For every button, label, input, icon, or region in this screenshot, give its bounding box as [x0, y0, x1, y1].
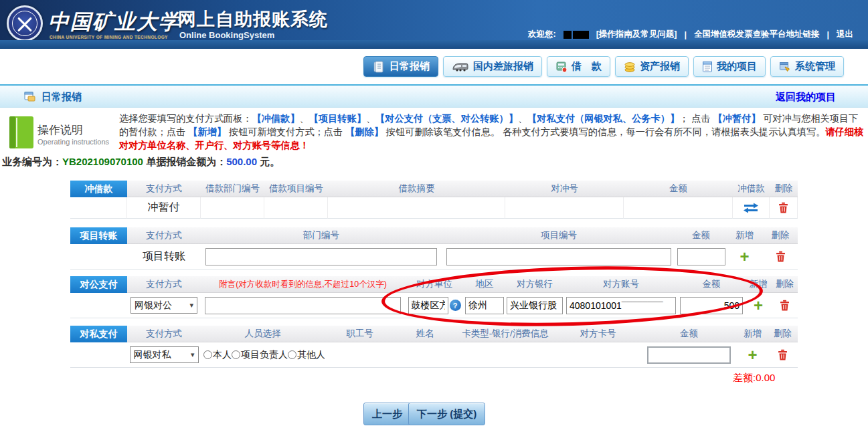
delete-cell: [772, 293, 798, 318]
col-payment-method: 支付方式: [127, 227, 201, 244]
welcome-label: 欢迎您:: [528, 29, 556, 40]
instructions-text: 选择您要填写的支付方式面板：【冲借款】、【项目转账】、【对公支付（支票、对公转账…: [119, 112, 864, 152]
payment-method-value: 项目转账: [127, 244, 201, 269]
system-title-en: Online BookingSystem: [179, 30, 274, 40]
trash-icon[interactable]: [778, 349, 788, 360]
university-name-en: CHINA UNIVERSITY OF MINING AND TECHNOLOG…: [50, 35, 173, 39]
add-row-icon[interactable]: +: [754, 298, 763, 314]
amount-input[interactable]: [647, 346, 731, 364]
payee-account-input[interactable]: [566, 297, 676, 314]
table-row: [70, 244, 127, 269]
col-card-no: 对方卡号: [555, 326, 640, 342]
amount-cell: [676, 244, 726, 269]
tab-system-management[interactable]: 系统管理: [770, 56, 844, 77]
amount-input[interactable]: [677, 248, 725, 265]
document-icon: [702, 61, 713, 73]
add-cell: +: [737, 342, 768, 368]
tab-label: 系统管理: [795, 60, 835, 73]
payee-bank-input[interactable]: [507, 297, 563, 314]
business-no-label: 业务编号为：: [2, 156, 62, 167]
amount-cell: [640, 342, 737, 368]
table-label-corporate-payment: 对公支付: [70, 276, 127, 293]
personal-payment-table: 对私支付 支付方式 人员选择 职工号 姓名 卡类型-银行/消费信息 对方卡号 金…: [70, 326, 798, 368]
loan-card-icon: [555, 61, 568, 73]
loan-project-no-cell: [264, 197, 328, 219]
tab-asset-reimbursement[interactable]: 资产报销: [615, 56, 689, 77]
table-row: [70, 293, 127, 318]
name-cell: [395, 342, 455, 368]
next-step-submit-button[interactable]: 下一步 (提交): [408, 403, 485, 425]
logout-link[interactable]: 退出: [837, 29, 853, 40]
instr-seg: 【新增】: [188, 126, 226, 137]
add-row-icon[interactable]: +: [748, 347, 757, 363]
previous-step-button[interactable]: 上一步: [363, 403, 411, 425]
person-radio-group: 本人 项目负责人 其他人: [203, 349, 325, 361]
col-project-no: 项目编号: [442, 227, 676, 244]
guide-link[interactable]: [操作指南及常见问题]: [596, 29, 677, 40]
payment-method-value: 冲暂付: [127, 197, 201, 219]
diff-value: 0.00: [756, 372, 775, 383]
table-row: [70, 197, 127, 219]
card-type-cell: [455, 342, 555, 368]
col-add: 新增: [726, 227, 763, 244]
col-add: 新增: [737, 326, 768, 342]
instr-seg: 、: [300, 113, 309, 124]
col-delete: 删除: [770, 181, 798, 197]
region-input[interactable]: [465, 297, 504, 314]
employee-no-cell: [325, 342, 395, 368]
system-title: 网上自助报账系统: [178, 7, 328, 31]
chevron-down-icon: ▾: [191, 350, 195, 359]
page-title: 日常报销: [41, 91, 82, 104]
trash-icon[interactable]: [778, 202, 788, 213]
tax-invoice-link[interactable]: 全国增值税发票查验平台地址链接: [694, 29, 820, 40]
delete-cell: [763, 244, 798, 269]
dept-no-cell: [201, 244, 442, 269]
project-no-input[interactable]: [446, 248, 671, 265]
radio-other[interactable]: [288, 350, 296, 359]
selected-option: 网银对公: [135, 300, 172, 312]
dept-no-input[interactable]: [205, 248, 437, 265]
offset-loan-table: 冲借款 支付方式 借款部门编号 借款项目编号 借款摘要 对冲号 金额 冲借款 删…: [70, 181, 798, 219]
help-icon[interactable]: ?: [450, 300, 461, 311]
col-region: 地区: [464, 276, 505, 293]
col-card-type: 卡类型-银行/消费信息: [455, 326, 555, 342]
instructions-title: 操作说明: [37, 122, 83, 138]
payment-method-select[interactable]: 网银对公▾: [131, 297, 197, 314]
payment-method-select[interactable]: 网银对私▾: [130, 346, 199, 363]
university-name: 中国矿业大学: [48, 8, 181, 36]
tab-label: 国内差旅报销: [473, 60, 533, 73]
col-amount: 金额: [676, 227, 726, 244]
trash-icon[interactable]: [780, 300, 790, 311]
col-payee-unit: 对方单位: [405, 276, 464, 293]
amount-label: 单据报销金额为：: [146, 156, 226, 167]
col-amount: 金额: [624, 181, 733, 197]
radio-project-leader[interactable]: [232, 350, 240, 359]
instr-seg: 、: [366, 113, 375, 124]
amount-cell: [678, 293, 745, 318]
radio-self[interactable]: [203, 350, 212, 359]
tab-domestic-travel[interactable]: 国内差旅报销: [443, 56, 542, 77]
loan-dept-no-cell: [201, 197, 264, 219]
back-to-projects-link[interactable]: 返回我的项目: [776, 91, 836, 104]
add-row-icon[interactable]: +: [740, 249, 749, 265]
radio-other-label[interactable]: 其他人: [297, 349, 325, 361]
payee-account-cell: [564, 293, 678, 318]
tab-label: 我的项目: [717, 60, 757, 73]
instr-seg: 【冲暂付】: [713, 113, 761, 124]
tab-daily-reimbursement[interactable]: 日常报销: [363, 56, 438, 77]
amount-input[interactable]: [680, 297, 743, 314]
amount-unit: 元。: [260, 156, 280, 167]
radio-self-label[interactable]: 本人: [213, 349, 232, 361]
payee-unit-input[interactable]: [408, 297, 448, 314]
col-offset-no: 对冲号: [505, 181, 624, 197]
swap-arrows-icon[interactable]: [743, 203, 759, 213]
radio-project-leader-label[interactable]: 项目负责人: [241, 349, 288, 361]
tab-my-projects[interactable]: 我的项目: [693, 56, 766, 77]
green-book-icon: [8, 115, 35, 152]
trash-icon[interactable]: [776, 251, 786, 262]
tab-loan[interactable]: 借 款: [547, 56, 610, 77]
divider: |: [685, 30, 687, 39]
business-no-value: YB202109070100: [62, 156, 143, 167]
memo-input[interactable]: [205, 297, 401, 314]
window-folder-icon: [24, 92, 36, 105]
